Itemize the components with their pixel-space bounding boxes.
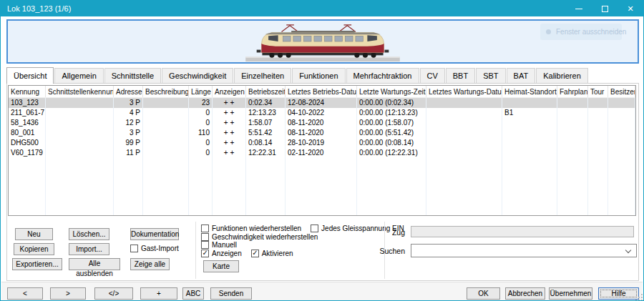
plus-button[interactable]: + bbox=[140, 287, 177, 300]
next-button[interactable]: > bbox=[50, 287, 86, 300]
dokumentation-button[interactable]: Dokumentation bbox=[130, 228, 179, 240]
title-bar: Lok 103_123 (1/6) ✕ bbox=[1, 1, 643, 16]
suchen-label: Suchen bbox=[375, 247, 405, 255]
options-group: Funktionen wiederherstellenJedes Gleissp… bbox=[201, 224, 404, 257]
column-header-besitzer[interactable]: Besitzer bbox=[608, 86, 635, 97]
close-button[interactable]: ✕ bbox=[618, 1, 643, 16]
table-row[interactable]: 58_143612 P0+ +1:58.0708-11-20200:00.00 … bbox=[9, 118, 635, 128]
checkbox-box bbox=[201, 241, 209, 249]
checkbox-box bbox=[201, 250, 209, 257]
tab-schnittstelle[interactable]: Schnittstelle bbox=[104, 68, 161, 83]
compare-button[interactable]: </> bbox=[94, 287, 133, 300]
lok-dialog-window: Lok 103_123 (1/6) ✕ bbox=[0, 0, 644, 301]
checkbox-box bbox=[201, 224, 209, 232]
divider bbox=[195, 222, 196, 279]
zeige-alle-button[interactable]: Zeige alle bbox=[130, 258, 170, 270]
checkbox-box bbox=[201, 233, 209, 241]
tab-übersicht[interactable]: Übersicht bbox=[6, 67, 54, 84]
import-button[interactable]: Import... bbox=[69, 243, 109, 255]
table-row[interactable]: 103_1233 P23+ +0:02.3412-08-20240:00.00 … bbox=[9, 98, 635, 108]
checkbox-box bbox=[251, 250, 259, 257]
zug-label: Zug bbox=[384, 228, 405, 237]
geschwindigkeit-wiederherstellen-checkbox[interactable]: Geschwindigkeit wiederherstellen bbox=[201, 233, 318, 241]
gast-import-checkbox[interactable]: Gast-Import bbox=[130, 245, 179, 252]
column-header-beschreibung[interactable]: Beschreibung bbox=[143, 86, 189, 97]
column-header-tour[interactable]: Tour bbox=[588, 86, 608, 97]
tab-kalibrieren[interactable]: Kalibrieren bbox=[536, 68, 588, 83]
gast-import-label: Gast-Import bbox=[141, 245, 179, 252]
table-row[interactable]: 80_0013 P110+ +5:51.4208-11-20200:00.00 … bbox=[9, 128, 635, 138]
bottom-bar: <></>+ABCSenden OKAbbrechenÜbernehmenHil… bbox=[1, 282, 643, 301]
anzeigen-checkbox[interactable]: Anzeigen bbox=[201, 250, 242, 257]
maximize-button[interactable] bbox=[592, 1, 618, 16]
table-header: KennungSchnittstellenkennungAdresseBesch… bbox=[9, 86, 635, 98]
locomotive-image bbox=[239, 21, 407, 62]
column-header-laenge[interactable]: Länge bbox=[189, 86, 213, 97]
checkbox-box bbox=[311, 224, 318, 232]
tab-bat[interactable]: BAT bbox=[507, 68, 536, 83]
tab-cv[interactable]: CV bbox=[420, 68, 445, 83]
tab-bbt[interactable]: BBT bbox=[446, 68, 475, 83]
uebernehmen-button[interactable]: Übernehmen bbox=[549, 287, 592, 300]
column-header-adresse[interactable]: Adresse bbox=[114, 86, 143, 97]
minimize-button[interactable] bbox=[566, 1, 592, 16]
column-header-letztes_betriebs_datum[interactable]: Letztes Betriebs-Datum bbox=[286, 86, 357, 97]
content-panel: KennungSchnittstellenkennungAdresseBesch… bbox=[6, 83, 639, 281]
suchen-combobox[interactable] bbox=[411, 244, 637, 257]
tab-strip: ÜbersichtAllgemeinSchnittstelleGeschwind… bbox=[6, 67, 639, 83]
loco-table: KennungSchnittstellenkennungAdresseBesch… bbox=[8, 85, 636, 216]
tab-einzelheiten[interactable]: Einzelheiten bbox=[234, 68, 291, 83]
column-header-kennung[interactable]: Kennung bbox=[9, 86, 46, 97]
senden-button[interactable]: Senden bbox=[210, 287, 252, 300]
neu-button[interactable]: Neu bbox=[15, 228, 53, 240]
chevron-down-icon bbox=[625, 247, 631, 253]
table-filler bbox=[9, 158, 635, 215]
window-title: Lok 103_123 (1/6) bbox=[1, 4, 566, 13]
snip-dot-icon bbox=[546, 29, 551, 34]
manuell-checkbox[interactable]: Manuell bbox=[201, 241, 237, 249]
ok-button[interactable]: OK bbox=[467, 287, 500, 300]
column-header-schnittstellenkennung[interactable]: Schnittstellenkennung bbox=[46, 86, 114, 97]
column-header-betriebszeit[interactable]: Betriebszeit bbox=[246, 86, 286, 97]
tab-sbt[interactable]: SBT bbox=[476, 68, 505, 83]
table-body: 103_1233 P23+ +0:02.3412-08-20240:00.00 … bbox=[9, 98, 635, 215]
close-icon: ✕ bbox=[627, 5, 633, 13]
abc-button[interactable]: ABC bbox=[182, 287, 204, 300]
kopieren-button[interactable]: Kopieren bbox=[14, 243, 54, 255]
fenster-ausschneiden-ghost-button[interactable]: Fenster ausschneiden bbox=[540, 24, 622, 40]
maximize-icon bbox=[602, 6, 608, 12]
table-row[interactable]: 211_061-74 P0+ +12:13.2304-10-20220:00.0… bbox=[9, 108, 635, 118]
aktivieren-checkbox[interactable]: Aktivieren bbox=[251, 250, 293, 257]
exportieren-button[interactable]: Exportieren... bbox=[12, 258, 62, 270]
column-header-letzte_wartungs_zeit[interactable]: Letzte Wartungs-Zeit bbox=[357, 86, 426, 97]
prev-button[interactable]: < bbox=[7, 287, 43, 300]
tab-funktionen[interactable]: Funktionen bbox=[292, 68, 345, 83]
column-header-heimat_standort[interactable]: Heimat-Standort bbox=[502, 86, 557, 97]
alle-ausblenden-button[interactable]: Alle ausblenden bbox=[69, 258, 120, 270]
table-row[interactable]: V60_117911 P0+ +12:22.3102-11-20200:00.0… bbox=[9, 148, 635, 158]
fenster-ausschneiden-label: Fenster ausschneiden bbox=[556, 28, 626, 36]
abbrechen-button[interactable]: Abbrechen bbox=[505, 287, 545, 300]
checkbox-box bbox=[130, 245, 138, 252]
minimize-icon bbox=[575, 9, 582, 9]
hilfe-button[interactable]: Hilfe bbox=[598, 287, 639, 300]
table-row[interactable]: DHG50099 P0+ +0:08.1428-10-20190:00.00 (… bbox=[9, 138, 635, 148]
column-header-anzeigen[interactable]: Anzeigen bbox=[213, 86, 246, 97]
karte-button[interactable]: Karte bbox=[203, 260, 239, 272]
zug-field[interactable] bbox=[411, 226, 634, 237]
loco-image-panel: Fenster ausschneiden bbox=[6, 19, 639, 64]
column-header-fahrplan[interactable]: Fahrplan bbox=[557, 86, 588, 97]
tab-mehrfachtraktion[interactable]: Mehrfachtraktion bbox=[346, 68, 419, 83]
funktionen-wiederherstellen-checkbox[interactable]: Funktionen wiederherstellen bbox=[201, 224, 301, 232]
tab-allgemein[interactable]: Allgemein bbox=[54, 68, 103, 83]
column-header-letztes_wartungs_datum[interactable]: Letztes Wartungs-Datum bbox=[426, 86, 502, 97]
tab-geschwindigkeit[interactable]: Geschwindigkeit bbox=[162, 68, 233, 83]
resize-grip[interactable] bbox=[638, 297, 640, 298]
loeschen-button[interactable]: Löschen... bbox=[69, 228, 109, 240]
